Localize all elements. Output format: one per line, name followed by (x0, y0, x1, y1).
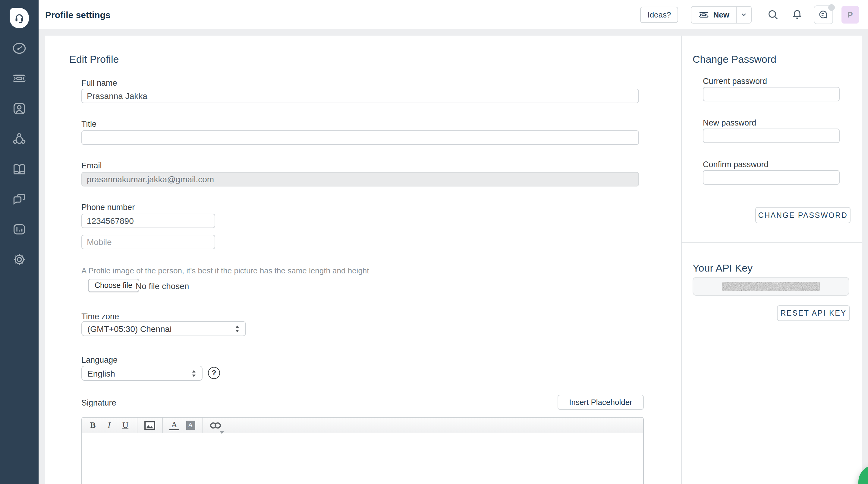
column-divider (681, 36, 682, 484)
title-input[interactable] (82, 130, 639, 145)
confirm-password-input[interactable] (703, 170, 840, 185)
sidebar-item-forums[interactable] (11, 191, 27, 207)
page-title: Profile settings (45, 9, 111, 20)
happyfox-logo[interactable] (10, 8, 29, 28)
sidebar-item-tickets[interactable] (11, 70, 27, 86)
signature-editor: B I U A A (82, 417, 644, 484)
link-caret-icon (219, 431, 224, 434)
announcements-button[interactable] (814, 5, 833, 24)
contacts-icon (11, 101, 27, 116)
new-ticket-button[interactable]: New (692, 6, 736, 23)
sidebar (0, 0, 38, 484)
change-password-button[interactable]: CHANGE PASSWORD (755, 207, 850, 223)
notifications-button[interactable] (790, 8, 804, 21)
user-avatar[interactable]: P (841, 6, 859, 23)
phone-input[interactable] (82, 213, 215, 228)
section-divider (681, 242, 862, 243)
toolbar-separator (202, 418, 203, 433)
current-password-label: Current password (703, 77, 767, 86)
timezone-select[interactable]: (GMT+05:30) Chennai (82, 321, 246, 336)
full-name-input[interactable] (82, 89, 639, 103)
insert-image-button[interactable] (144, 419, 156, 431)
sidebar-nav (11, 40, 27, 267)
select-arrows-icon (191, 369, 196, 377)
link-icon (209, 421, 222, 429)
select-arrows-icon (235, 324, 240, 333)
signature-editor-body[interactable] (82, 433, 643, 484)
edit-profile-title: Edit Profile (69, 54, 119, 66)
search-icon (767, 8, 779, 21)
file-status-text: No file chosen (135, 281, 189, 291)
api-key-title: Your API Key (692, 262, 752, 275)
title-label: Title (82, 120, 96, 129)
insert-placeholder-button[interactable]: Insert Placeholder (558, 395, 644, 410)
bold-button[interactable]: B (88, 419, 98, 431)
new-password-input[interactable] (703, 129, 840, 143)
email-label: Email (82, 162, 102, 170)
language-value: English (87, 368, 115, 378)
search-button[interactable] (766, 8, 779, 21)
settings-icon (11, 252, 27, 267)
top-header: Profile settings Ideas? New (38, 0, 868, 29)
sidebar-item-dashboard[interactable] (11, 40, 27, 56)
new-password-label: New password (703, 119, 756, 127)
announcements-icon (817, 8, 830, 21)
network-icon (11, 131, 27, 147)
confirm-password-label: Confirm password (703, 161, 769, 169)
tickets-icon (11, 70, 27, 86)
language-label: Language (82, 356, 118, 365)
knowledge-base-icon (11, 161, 27, 177)
italic-button[interactable]: I (104, 419, 114, 431)
change-password-title: Change Password (692, 54, 776, 66)
profile-image-help-text: A Profile image of the person, it's best… (82, 266, 369, 275)
current-password-input[interactable] (703, 87, 840, 102)
announcements-badge-dot (828, 4, 835, 10)
signature-label: Signature (82, 399, 116, 407)
new-ticket-dropdown[interactable] (736, 6, 751, 23)
headset-icon (13, 11, 26, 25)
mobile-input[interactable] (82, 235, 215, 249)
reset-api-key-button[interactable]: RESET API KEY (777, 305, 850, 321)
background-color-button[interactable]: A (186, 419, 195, 431)
dashboard-icon (11, 40, 27, 56)
sidebar-item-reports[interactable] (11, 222, 27, 237)
sidebar-item-settings[interactable] (11, 252, 27, 267)
timezone-label: Time zone (82, 313, 119, 321)
insert-link-button[interactable] (209, 419, 222, 431)
new-button-label: New (713, 10, 730, 19)
app-root: Profile settings Ideas? New (0, 0, 868, 484)
text-color-button[interactable]: A (169, 420, 179, 430)
content-area: Edit Profile Full name Title Email Phone… (38, 29, 868, 484)
full-name-label: Full name (82, 79, 117, 87)
profile-card: Edit Profile Full name Title Email Phone… (45, 36, 862, 484)
chevron-down-icon (740, 11, 747, 18)
timezone-value: (GMT+05:30) Chennai (87, 324, 172, 334)
image-icon (144, 420, 156, 430)
forums-icon (11, 191, 27, 207)
sidebar-item-network[interactable] (11, 131, 27, 147)
reports-icon (11, 222, 27, 237)
ticket-icon (698, 9, 710, 20)
api-key-box (692, 277, 849, 296)
new-ticket-split-button: New (691, 6, 752, 23)
signature-toolbar: B I U A A (82, 418, 643, 433)
ideas-button[interactable]: Ideas? (640, 6, 678, 23)
toolbar-separator (162, 418, 163, 433)
background-color-glyph: A (186, 421, 195, 430)
header-actions: Ideas? New (640, 5, 859, 24)
underline-button[interactable]: U (121, 419, 130, 431)
phone-label: Phone number (82, 203, 135, 212)
choose-file-button[interactable]: Choose file (88, 279, 139, 292)
language-select[interactable]: English (82, 366, 203, 381)
notifications-bell-icon (790, 8, 803, 21)
toolbar-separator (137, 418, 137, 433)
sidebar-item-knowledge-base[interactable] (11, 161, 27, 177)
api-key-redacted-value (722, 282, 820, 291)
sidebar-item-contacts[interactable] (11, 101, 27, 116)
email-input (82, 172, 639, 187)
language-help-icon[interactable]: ? (208, 367, 220, 379)
